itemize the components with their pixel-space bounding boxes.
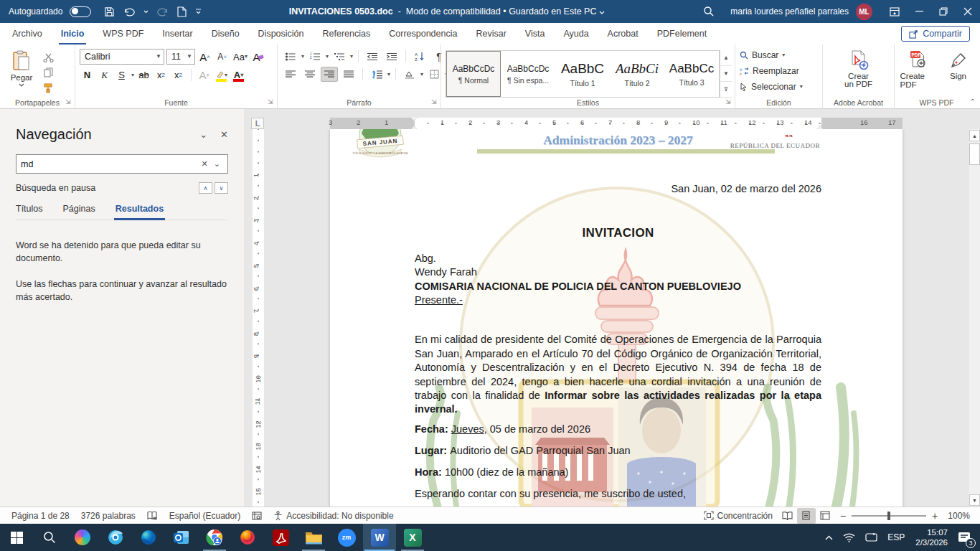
- zoom-app-icon[interactable]: zm: [330, 524, 363, 551]
- start-button[interactable]: [0, 524, 33, 551]
- highlight-color-button[interactable]: ▾: [214, 67, 229, 83]
- multilevel-chevron-icon[interactable]: ▾: [350, 54, 353, 60]
- clear-formatting-button[interactable]: A: [251, 50, 266, 65]
- excel-taskbar-icon[interactable]: X: [396, 524, 429, 551]
- styles-scroll-up-icon[interactable]: ▲: [720, 50, 732, 66]
- web-layout-button[interactable]: [816, 508, 834, 524]
- word-count[interactable]: 3726 palabras: [75, 507, 141, 524]
- close-button[interactable]: [956, 0, 980, 23]
- copy-icon[interactable]: [40, 67, 56, 78]
- styles-dialog-launcher[interactable]: ⇲: [725, 99, 732, 106]
- shading-chevron-icon[interactable]: ▾: [420, 72, 423, 77]
- font-name-combo[interactable]: Calibri▼: [80, 49, 164, 65]
- decrease-indent-button[interactable]: [364, 49, 381, 64]
- align-center-button[interactable]: [301, 67, 319, 82]
- undo-icon[interactable]: [123, 6, 135, 17]
- increase-indent-button[interactable]: [383, 49, 400, 64]
- superscript-button[interactable]: x2: [171, 67, 186, 83]
- tab-diseño[interactable]: Diseño: [202, 23, 249, 44]
- underline-button[interactable]: S: [114, 67, 129, 83]
- multilevel-list-button[interactable]: [331, 49, 348, 64]
- zoom-out-button[interactable]: −: [840, 511, 846, 521]
- tab-insertar[interactable]: Insertar: [153, 23, 202, 44]
- ribbon-display-options-icon[interactable]: [882, 0, 907, 23]
- font-dialog-launcher[interactable]: ⇲: [268, 99, 275, 106]
- word-taskbar-icon[interactable]: W: [363, 524, 396, 551]
- style-card-4[interactable]: AaBbCcTítulo 3: [664, 51, 719, 97]
- proofing-errors-icon[interactable]: [141, 507, 164, 524]
- touch-keyboard-icon[interactable]: [860, 524, 882, 551]
- language-switcher[interactable]: ESP: [882, 524, 910, 551]
- network-icon[interactable]: [838, 524, 860, 551]
- restore-button[interactable]: [931, 0, 956, 23]
- nav-search-dropdown-icon[interactable]: ⌄: [211, 159, 223, 169]
- rights-management-icon[interactable]: [246, 507, 268, 524]
- page-indicator[interactable]: Página 1 de 28: [6, 507, 75, 524]
- zoom-slider-thumb[interactable]: [887, 512, 890, 520]
- copilot-icon[interactable]: [66, 524, 99, 551]
- shading-button[interactable]: [401, 67, 418, 82]
- tab-disposición[interactable]: Disposición: [249, 23, 314, 44]
- taskbar-search-icon[interactable]: [33, 524, 66, 551]
- change-case-button[interactable]: Aa▾: [232, 50, 249, 65]
- nav-tab-resultados[interactable]: Resultados: [116, 204, 164, 220]
- bullets-button[interactable]: [282, 49, 299, 64]
- italic-button[interactable]: K: [97, 67, 112, 83]
- wps-sign-button[interactable]: Sign: [943, 49, 974, 97]
- new-document-icon[interactable]: [177, 6, 187, 17]
- cut-icon[interactable]: [40, 52, 56, 63]
- nav-previous-result-button[interactable]: ∧: [199, 182, 212, 194]
- outlook-icon[interactable]: [165, 524, 198, 551]
- save-location[interactable]: Guardado en Este PC: [509, 6, 596, 17]
- bold-button[interactable]: N: [80, 67, 95, 83]
- tab-correspondencia[interactable]: Correspondencia: [380, 23, 466, 44]
- scroll-up-button[interactable]: ▲: [969, 130, 980, 141]
- style-card-0[interactable]: AaBbCcDc¶ Normal: [446, 51, 501, 97]
- align-right-button[interactable]: [321, 67, 338, 82]
- format-painter-icon[interactable]: [40, 83, 56, 94]
- strikethrough-button[interactable]: ab: [136, 67, 151, 83]
- replace-button[interactable]: bc Reemplazar: [740, 64, 818, 78]
- subscript-button[interactable]: x2: [154, 67, 169, 83]
- nav-search-clear-icon[interactable]: ✕: [199, 159, 211, 169]
- wps-create-pdf-button[interactable]: PDF Create PDF: [900, 49, 941, 97]
- first-line-indent-marker[interactable]: [410, 117, 418, 121]
- nav-tab-títulos[interactable]: Títulos: [16, 204, 43, 220]
- styles-scroll-down-icon[interactable]: ▼: [720, 66, 732, 82]
- nav-pane-close-icon[interactable]: ✕: [220, 129, 228, 140]
- line-spacing-button[interactable]: [368, 67, 385, 82]
- justify-button[interactable]: [340, 67, 357, 82]
- select-button[interactable]: Seleccionar▾: [740, 80, 818, 94]
- language-indicator[interactable]: Español (Ecuador): [164, 507, 246, 524]
- notification-center-icon[interactable]: 3: [953, 524, 980, 551]
- clipboard-dialog-launcher[interactable]: ⇲: [65, 99, 72, 106]
- chrome-icon[interactable]: [198, 524, 231, 551]
- scroll-down-button[interactable]: ▼: [969, 494, 980, 506]
- accessibility-status[interactable]: Accesibilidad: No disponible: [268, 507, 399, 524]
- tab-ayuda[interactable]: Ayuda: [554, 23, 598, 44]
- style-card-1[interactable]: AaBbCcDc¶ Sin espa...: [501, 51, 555, 97]
- customize-qat-icon[interactable]: [195, 9, 202, 14]
- avatar[interactable]: ML: [856, 4, 872, 20]
- numbering-button[interactable]: 12: [306, 49, 324, 64]
- font-size-combo[interactable]: 11▼: [166, 49, 195, 65]
- zoom-in-button[interactable]: +: [932, 511, 938, 521]
- style-card-3[interactable]: AaBbCiTítulo 2: [610, 51, 664, 97]
- internet-explorer-icon[interactable]: [99, 524, 132, 551]
- paste-chevron-icon[interactable]: [19, 83, 24, 87]
- focus-mode-button[interactable]: Concentración: [698, 511, 778, 521]
- style-card-2[interactable]: AaBbCTítulo 1: [555, 51, 610, 97]
- tab-wps-pdf[interactable]: WPS PDF: [93, 23, 153, 44]
- tab-inicio[interactable]: Inicio: [52, 23, 94, 44]
- autosave-toggle[interactable]: [70, 6, 91, 17]
- clock[interactable]: 15:07 2/3/2026: [910, 527, 953, 548]
- tab-revisar[interactable]: Revisar: [466, 23, 515, 44]
- font-color-button[interactable]: A▾: [231, 67, 246, 83]
- hidden-icons-chevron-icon[interactable]: [820, 524, 838, 551]
- tab-archivo[interactable]: Archivo: [3, 23, 52, 44]
- numbering-chevron-icon[interactable]: ▾: [326, 54, 329, 60]
- find-button[interactable]: Buscar▾: [740, 48, 818, 62]
- styles-more-icon[interactable]: ⊽: [720, 82, 732, 98]
- bullets-chevron-icon[interactable]: ▾: [301, 54, 304, 60]
- undo-chevron-icon[interactable]: [143, 10, 149, 14]
